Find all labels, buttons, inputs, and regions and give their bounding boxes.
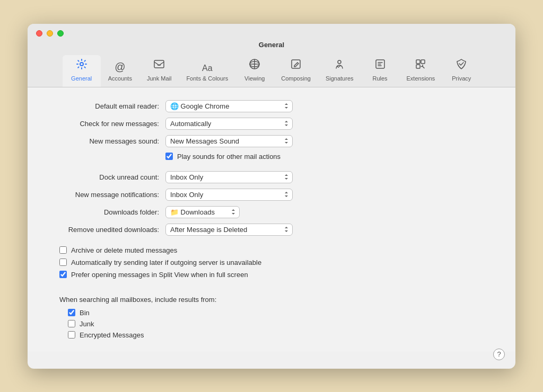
tab-extensions[interactable]: Extensions <box>399 55 443 87</box>
minimize-button[interactable] <box>47 30 53 37</box>
svg-rect-11 <box>421 60 425 64</box>
search-section-label: When searching all mailboxes, include re… <box>59 296 494 304</box>
search-checkboxes: Bin Junk Encrypted Messages <box>68 309 494 339</box>
viewing-icon <box>249 58 260 73</box>
check-messages-control: Automatically Every Minute Every 5 Minut… <box>165 118 293 130</box>
check-messages-select[interactable]: Automatically Every Minute Every 5 Minut… <box>165 118 293 130</box>
svg-point-0 <box>80 63 83 66</box>
tab-privacy[interactable]: Privacy <box>442 55 480 87</box>
signatures-icon <box>334 58 345 73</box>
prefer-split-view-row: Prefer opening messages in Split View wh… <box>59 271 494 279</box>
dock-unread-control: Inbox Only All Mailboxes <box>165 171 293 183</box>
play-sounds-checkbox[interactable] <box>165 153 173 160</box>
tab-general[interactable]: General <box>63 55 101 87</box>
search-encrypted-label[interactable]: Encrypted Messages <box>80 331 144 339</box>
default-email-reader-control: 🌐 Google Chrome Mail Safari <box>165 100 293 112</box>
help-button[interactable]: ? <box>493 349 505 360</box>
rules-icon <box>374 58 386 73</box>
prefer-split-view-checkbox[interactable] <box>59 271 67 278</box>
new-message-notifications-label: New message notifications: <box>49 191 165 199</box>
tab-signatures[interactable]: Signatures <box>318 55 361 87</box>
settings-window: General General @ Accounts <box>28 24 515 369</box>
composing-icon <box>290 58 302 73</box>
new-message-notifications-select[interactable]: Inbox Only All Mailboxes <box>165 189 293 201</box>
search-encrypted-row: Encrypted Messages <box>68 331 494 339</box>
search-encrypted-checkbox[interactable] <box>68 331 75 338</box>
tab-privacy-label: Privacy <box>452 75 471 82</box>
prefer-split-view-label[interactable]: Prefer opening messages in Split View wh… <box>71 271 248 279</box>
privacy-icon <box>456 58 467 73</box>
new-message-notifications-control: Inbox Only All Mailboxes <box>165 189 293 201</box>
auto-send-checkbox[interactable] <box>59 259 67 266</box>
tab-fonts-colours-label: Fonts & Colours <box>186 75 228 82</box>
play-sounds-row: Play sounds for other mail actions <box>165 153 494 161</box>
downloads-folder-label: Downloads folder: <box>49 208 165 216</box>
window-title: General <box>259 41 284 49</box>
fullscreen-button[interactable] <box>57 30 64 37</box>
search-junk-row: Junk <box>68 320 494 328</box>
play-sounds-label[interactable]: Play sounds for other mail actions <box>177 153 281 161</box>
accounts-icon: @ <box>115 61 125 73</box>
new-messages-sound-label: New messages sound: <box>49 137 165 145</box>
remove-downloads-label: Remove unedited downloads: <box>49 226 165 234</box>
default-email-reader-label: Default email reader: <box>49 102 165 110</box>
bottom-area: ? <box>28 352 515 369</box>
auto-send-label[interactable]: Automatically try sending later if outgo… <box>71 259 261 266</box>
fonts-icon: Aa <box>202 64 213 73</box>
search-junk-label[interactable]: Junk <box>80 320 94 328</box>
downloads-folder-control: 📁 Downloads Other... <box>165 206 240 218</box>
settings-content: Default email reader: 🌐 Google Chrome Ma… <box>28 87 515 352</box>
archive-muted-label[interactable]: Archive or delete muted messages <box>71 246 177 254</box>
search-junk-checkbox[interactable] <box>68 320 75 327</box>
tab-accounts-label: Accounts <box>108 75 132 82</box>
tab-fonts-colours[interactable]: Aa Fonts & Colours <box>179 60 235 87</box>
extensions-icon <box>415 58 426 73</box>
tab-junk-mail[interactable]: Junk Mail <box>139 55 179 87</box>
tab-composing-label: Composing <box>281 75 311 82</box>
new-message-notifications-row: New message notifications: Inbox Only Al… <box>49 189 494 201</box>
titlebar: General General @ Accounts <box>28 24 515 87</box>
auto-send-row: Automatically try sending later if outgo… <box>59 259 494 266</box>
tab-accounts[interactable]: @ Accounts <box>101 58 139 87</box>
check-messages-label: Check for new messages: <box>49 120 165 128</box>
search-bin-label[interactable]: Bin <box>80 309 90 317</box>
downloads-folder-row: Downloads folder: 📁 Downloads Other... <box>49 206 494 218</box>
toolbar: General @ Accounts Junk Mail <box>36 55 507 87</box>
dock-unread-select[interactable]: Inbox Only All Mailboxes <box>165 171 293 183</box>
check-messages-row: Check for new messages: Automatically Ev… <box>49 118 494 130</box>
search-bin-checkbox[interactable] <box>68 309 75 316</box>
junk-mail-icon <box>153 58 165 73</box>
downloads-folder-select[interactable]: 📁 Downloads Other... <box>165 206 240 218</box>
tab-viewing-label: Viewing <box>244 75 265 82</box>
tab-rules[interactable]: Rules <box>361 55 399 87</box>
default-email-reader-select[interactable]: 🌐 Google Chrome Mail Safari <box>165 100 293 112</box>
general-icon <box>76 58 87 73</box>
tab-signatures-label: Signatures <box>326 75 354 82</box>
tab-extensions-label: Extensions <box>407 75 435 82</box>
remove-downloads-control: After Message is Deleted Never When Mail… <box>165 224 293 236</box>
svg-rect-10 <box>416 60 420 64</box>
svg-point-8 <box>338 60 341 64</box>
svg-rect-12 <box>416 65 420 68</box>
tab-rules-label: Rules <box>372 75 387 82</box>
tab-junk-mail-label: Junk Mail <box>147 75 171 82</box>
remove-downloads-row: Remove unedited downloads: After Message… <box>49 224 494 236</box>
tab-composing[interactable]: Composing <box>274 55 318 87</box>
standalone-checkboxes: Archive or delete muted messages Automat… <box>59 246 494 279</box>
search-bin-row: Bin <box>68 309 494 317</box>
default-email-reader-row: Default email reader: 🌐 Google Chrome Ma… <box>49 100 494 112</box>
new-messages-sound-control: New Messages Sound None <box>165 135 293 147</box>
archive-muted-row: Archive or delete muted messages <box>59 246 494 254</box>
dock-unread-row: Dock unread count: Inbox Only All Mailbo… <box>49 171 494 183</box>
close-button[interactable] <box>36 30 42 37</box>
remove-downloads-select[interactable]: After Message is Deleted Never When Mail… <box>165 224 293 236</box>
new-messages-sound-select[interactable]: New Messages Sound None <box>165 135 293 147</box>
tab-general-label: General <box>71 75 92 82</box>
dock-unread-label: Dock unread count: <box>49 173 165 181</box>
svg-rect-1 <box>154 60 164 68</box>
new-messages-sound-row: New messages sound: New Messages Sound N… <box>49 135 494 147</box>
tab-viewing[interactable]: Viewing <box>235 55 274 87</box>
traffic-lights <box>36 30 64 37</box>
archive-muted-checkbox[interactable] <box>59 246 67 254</box>
